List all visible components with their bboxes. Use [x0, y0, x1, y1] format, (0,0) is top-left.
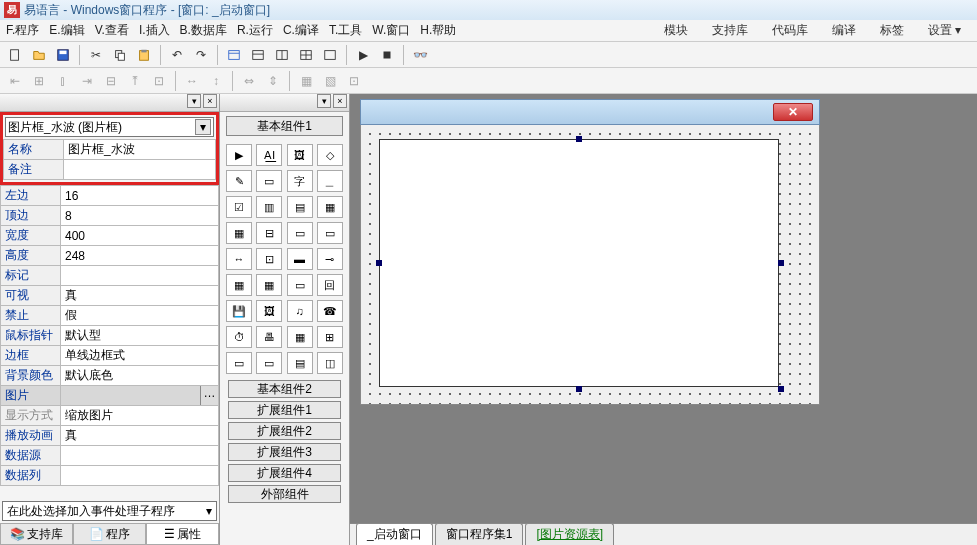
tool-frame-icon[interactable]: ▭	[287, 274, 313, 296]
panel-close-icon[interactable]: ×	[333, 94, 347, 108]
open-icon[interactable]	[28, 44, 50, 66]
menu-file[interactable]: F.程序	[6, 22, 39, 39]
tool-window-icon[interactable]: ▭	[226, 352, 252, 374]
tab-startup-window[interactable]: _启动窗口	[356, 523, 433, 545]
grid3-icon[interactable]	[295, 44, 317, 66]
tool-picture-icon[interactable]: 🖼	[287, 144, 313, 166]
find-icon[interactable]: 👓	[409, 44, 431, 66]
menu-edit[interactable]: E.编辑	[49, 22, 84, 39]
palette-group-ext3[interactable]: 扩展组件3	[228, 443, 341, 461]
tool-pointer-icon[interactable]: ▶	[226, 144, 252, 166]
form-close-button[interactable]: ✕	[773, 103, 813, 121]
tool-device-icon[interactable]: ☎	[317, 300, 343, 322]
grid1-icon[interactable]	[247, 44, 269, 66]
resize-handle[interactable]	[576, 386, 582, 392]
tool-hscroll-icon[interactable]: ↔	[226, 248, 252, 270]
tool-slider-icon[interactable]: ⊸	[317, 248, 343, 270]
prop-value[interactable]	[61, 466, 219, 486]
prop-value[interactable]: 图片框_水波	[64, 140, 216, 160]
panel-menu-icon[interactable]: ▾	[187, 94, 201, 108]
form-body[interactable]	[360, 125, 820, 405]
picture-box-component[interactable]	[379, 139, 779, 387]
undo-icon[interactable]: ↶	[166, 44, 188, 66]
stop-icon[interactable]	[376, 44, 398, 66]
menu-run[interactable]: R.运行	[237, 22, 273, 39]
tool-listbox-icon[interactable]: ▦	[317, 196, 343, 218]
prop-value[interactable]: 16	[61, 186, 219, 206]
menu-help[interactable]: H.帮助	[420, 22, 456, 39]
form-window[interactable]: ✕	[360, 99, 820, 405]
menu-module[interactable]: 模块	[664, 22, 688, 39]
tool-data-icon[interactable]: ▦	[287, 326, 313, 348]
palette-group-external[interactable]: 外部组件	[228, 485, 341, 503]
tool-edit-icon[interactable]: ✎	[226, 170, 252, 192]
tab-program-set[interactable]: 窗口程序集1	[435, 523, 524, 545]
tab-program[interactable]: 📄程序	[73, 524, 146, 545]
tool-image-icon[interactable]: 🖼	[256, 300, 282, 322]
prop-value[interactable]: 缩放图片	[61, 406, 219, 426]
resize-handle[interactable]	[576, 136, 582, 142]
menu-tools[interactable]: T.工具	[329, 22, 362, 39]
menu-settings[interactable]: 设置 ▾	[928, 22, 961, 39]
tool-timer-icon[interactable]: ⏱	[226, 326, 252, 348]
resize-handle[interactable]	[778, 260, 784, 266]
prop-value[interactable]	[64, 160, 216, 180]
tool-media-icon[interactable]: ♫	[287, 300, 313, 322]
prop-value[interactable]: 248	[61, 246, 219, 266]
menu-codelib[interactable]: 代码库	[772, 22, 808, 39]
prop-value[interactable]: 默认底色	[61, 366, 219, 386]
tool-label-icon[interactable]: A̲I̲	[256, 144, 282, 166]
prop-value[interactable]: 默认型	[61, 326, 219, 346]
tool-save-icon[interactable]: 💾	[226, 300, 252, 322]
palette-group-ext2[interactable]: 扩展组件2	[228, 422, 341, 440]
grid4-icon[interactable]	[319, 44, 341, 66]
canvas-area[interactable]: ✕	[350, 94, 977, 523]
run-icon[interactable]: ▶	[352, 44, 374, 66]
prop-value[interactable]: …	[61, 386, 219, 406]
tool-button-icon[interactable]: ▭	[256, 170, 282, 192]
menu-window[interactable]: W.窗口	[372, 22, 410, 39]
dropdown-icon[interactable]: ▾	[195, 119, 211, 135]
prop-value[interactable]: 400	[61, 226, 219, 246]
tool-group-icon[interactable]: 回	[317, 274, 343, 296]
tool-tab-icon[interactable]: ▭	[287, 222, 313, 244]
event-selector[interactable]: 在此处选择加入事件处理子程序 ▾	[2, 501, 217, 521]
menu-compile2[interactable]: 编译	[832, 22, 856, 39]
palette-group-basic1[interactable]: 基本组件1	[226, 116, 343, 136]
palette-group-basic2[interactable]: 基本组件2	[228, 380, 341, 398]
prop-value[interactable]: 单线边框式	[61, 346, 219, 366]
panel-menu-icon[interactable]: ▾	[317, 94, 331, 108]
redo-icon[interactable]: ↷	[190, 44, 212, 66]
menu-view[interactable]: V.查看	[95, 22, 129, 39]
new-icon[interactable]	[4, 44, 26, 66]
resize-handle[interactable]	[376, 260, 382, 266]
tool-checkbox-icon[interactable]: ☑	[226, 196, 252, 218]
save-icon[interactable]	[52, 44, 74, 66]
prop-value[interactable]: 真	[61, 426, 219, 446]
tool-db-icon[interactable]: ⊞	[317, 326, 343, 348]
tool-date-icon[interactable]: ▦	[226, 274, 252, 296]
dropdown-icon[interactable]: ▾	[206, 504, 212, 518]
tool-line-icon[interactable]: ＿	[317, 170, 343, 192]
panel-close-icon[interactable]: ×	[203, 94, 217, 108]
menu-tag[interactable]: 标签	[880, 22, 904, 39]
menu-compile[interactable]: C.编译	[283, 22, 319, 39]
menu-database[interactable]: B.数据库	[180, 22, 227, 39]
tool-list-icon[interactable]: ▤	[287, 196, 313, 218]
tool-shape-icon[interactable]: ◇	[317, 144, 343, 166]
tool-print-icon[interactable]: 🖶	[256, 326, 282, 348]
tool-combo-icon[interactable]: ▥	[256, 196, 282, 218]
tool-chart-icon[interactable]: ◫	[317, 352, 343, 374]
grid2-icon[interactable]	[271, 44, 293, 66]
prop-value[interactable]: 假	[61, 306, 219, 326]
prop-value[interactable]	[61, 266, 219, 286]
prop-value[interactable]	[61, 446, 219, 466]
tab-supportlib[interactable]: 📚支持库	[0, 524, 73, 545]
tool-text-icon[interactable]: 字	[287, 170, 313, 192]
tool-vscroll-icon[interactable]: ⊡	[256, 248, 282, 270]
copy-icon[interactable]	[109, 44, 131, 66]
menu-insert[interactable]: I.插入	[139, 22, 170, 39]
tool-report-icon[interactable]: ▤	[287, 352, 313, 374]
window-icon[interactable]	[223, 44, 245, 66]
tool-dialog-icon[interactable]: ▭	[256, 352, 282, 374]
